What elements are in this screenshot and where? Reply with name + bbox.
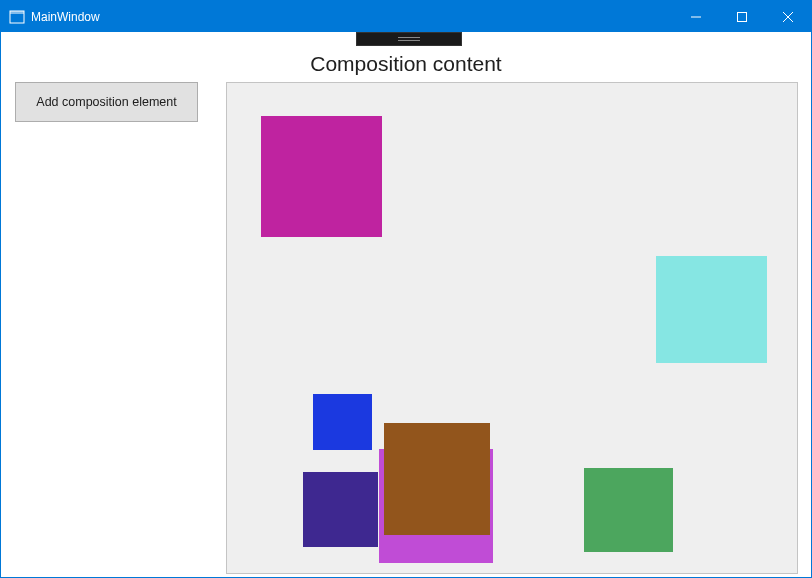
maximize-button[interactable] — [719, 1, 765, 32]
window-controls — [673, 1, 811, 32]
brown-square[interactable] — [384, 423, 490, 535]
client-area: Composition content Add composition elem… — [1, 32, 811, 578]
indigo-square[interactable] — [303, 472, 378, 547]
magenta-square[interactable] — [261, 116, 382, 237]
blue-square[interactable] — [313, 394, 372, 450]
titlebar: MainWindow — [1, 1, 811, 32]
green-square[interactable] — [584, 468, 673, 552]
composition-heading: Composition content — [1, 52, 811, 76]
svg-rect-3 — [738, 12, 747, 21]
cyan-square[interactable] — [656, 256, 767, 363]
close-button[interactable] — [765, 1, 811, 32]
svg-rect-1 — [10, 11, 24, 14]
window-title: MainWindow — [31, 10, 100, 24]
add-composition-element-button[interactable]: Add composition element — [15, 82, 198, 122]
splitter-handle[interactable] — [356, 32, 462, 46]
app-icon — [9, 9, 25, 25]
composition-canvas[interactable] — [226, 82, 798, 574]
minimize-button[interactable] — [673, 1, 719, 32]
